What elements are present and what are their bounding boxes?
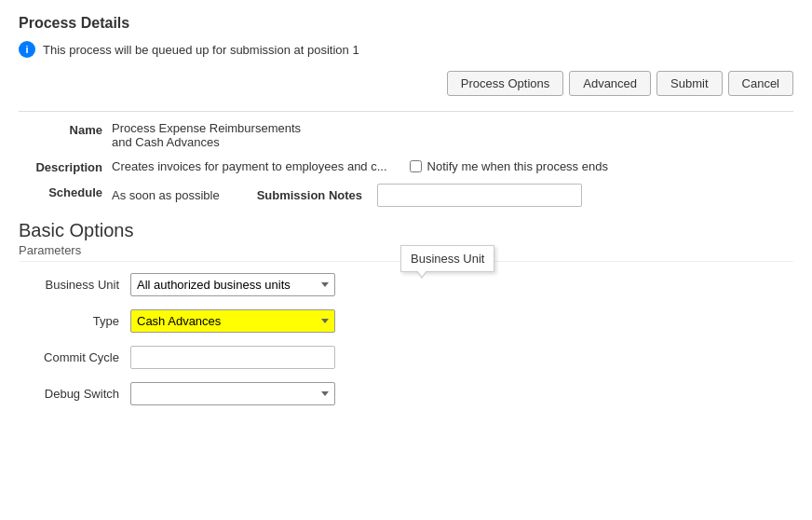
submission-notes-label: Submission Notes: [257, 188, 362, 202]
business-unit-label: Business Unit: [19, 278, 130, 292]
notify-checkbox[interactable]: [410, 160, 422, 172]
notify-checkbox-row: Notify me when this process ends: [410, 159, 608, 173]
commit-cycle-input[interactable]: [130, 346, 335, 369]
info-bar: i This process will be queued up for sub…: [19, 41, 793, 58]
tooltip-text: Business Unit: [411, 252, 484, 266]
description-label: Description: [19, 158, 112, 174]
name-line1: Process Expense Reimbursements: [112, 121, 793, 135]
commit-cycle-label: Commit Cycle: [19, 350, 130, 364]
tooltip-arrow-inner: [417, 270, 426, 277]
name-line2: and Cash Advances: [112, 135, 793, 149]
name-row: Name Process Expense Reimbursements and …: [19, 121, 793, 149]
page-title: Process Details: [19, 15, 793, 32]
advanced-button[interactable]: Advanced: [569, 71, 651, 96]
schedule-value: As soon as possible: [112, 188, 220, 202]
button-bar: Process Options Advanced Submit Cancel: [19, 71, 793, 96]
basic-options-title: Basic Options: [19, 220, 793, 241]
type-label: Type: [19, 314, 130, 328]
description-row: Description Creates invoices for payment…: [19, 158, 793, 174]
type-select[interactable]: Cash Advances Expense Reimbursements Bot…: [130, 309, 335, 333]
debug-switch-select[interactable]: Yes No: [130, 382, 335, 405]
process-options-button[interactable]: Process Options: [447, 71, 563, 96]
debug-switch-row: Debug Switch Yes No: [19, 382, 793, 405]
description-value: Creates invoices for payment to employee…: [112, 159, 387, 173]
name-value: Process Expense Reimbursements and Cash …: [112, 121, 793, 149]
name-label: Name: [19, 121, 112, 137]
options-grid: Business Unit Business Unit All authoriz…: [19, 273, 793, 405]
form-section: Name Process Expense Reimbursements and …: [19, 111, 793, 207]
info-icon: i: [19, 41, 35, 58]
cancel-button[interactable]: Cancel: [728, 71, 793, 96]
basic-options-section: Basic Options Parameters Business Unit B…: [19, 220, 793, 405]
business-unit-select[interactable]: All authorized business units Business U…: [130, 273, 335, 296]
commit-cycle-row: Commit Cycle: [19, 346, 793, 369]
submission-notes-input[interactable]: [377, 184, 582, 207]
schedule-row: Schedule As soon as possible Submission …: [19, 184, 793, 207]
notify-label: Notify me when this process ends: [427, 159, 608, 173]
business-unit-tooltip: Business Unit: [400, 245, 494, 272]
debug-switch-label: Debug Switch: [19, 387, 130, 401]
type-row: Type Cash Advances Expense Reimbursement…: [19, 309, 793, 333]
business-unit-row: Business Unit Business Unit All authoriz…: [19, 273, 793, 296]
schedule-label: Schedule: [19, 184, 112, 199]
info-message: This process will be queued up for submi…: [43, 43, 359, 57]
submit-button[interactable]: Submit: [656, 71, 722, 96]
